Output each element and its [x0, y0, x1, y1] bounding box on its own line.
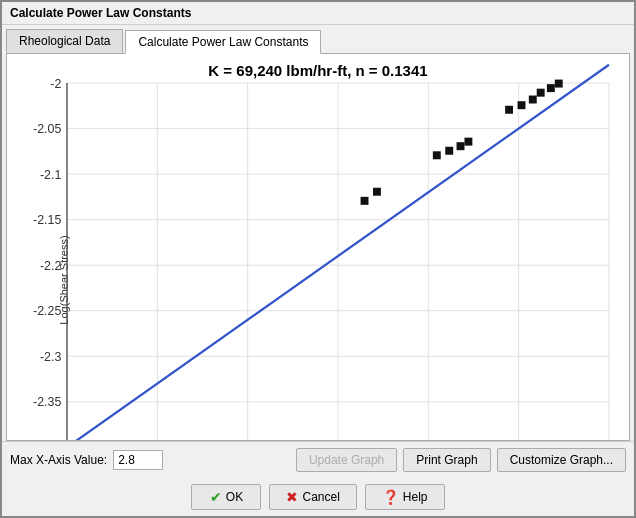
- max-x-label: Max X-Axis Value:: [10, 453, 107, 467]
- help-button[interactable]: ❓ Help: [365, 484, 445, 510]
- update-graph-button[interactable]: Update Graph: [296, 448, 397, 472]
- svg-text:-2: -2: [50, 77, 61, 91]
- main-window: Calculate Power Law Constants Rheologica…: [0, 0, 636, 518]
- svg-rect-35: [361, 197, 369, 205]
- max-x-input[interactable]: 2.8: [113, 450, 163, 470]
- customize-graph-button[interactable]: Customize Graph...: [497, 448, 626, 472]
- svg-rect-44: [537, 89, 545, 97]
- cancel-button[interactable]: ✖ Cancel: [269, 484, 356, 510]
- svg-text:-2.15: -2.15: [33, 213, 61, 227]
- svg-text:-2.1: -2.1: [40, 168, 61, 182]
- svg-text:-2.25: -2.25: [33, 304, 61, 318]
- tab-content: K = 69,240 lbm/hr-ft, n = 0.1341 Log(She…: [6, 53, 630, 441]
- svg-text:-2.3: -2.3: [40, 350, 61, 364]
- title-bar: Calculate Power Law Constants: [2, 2, 634, 25]
- ok-button[interactable]: ✔ OK: [191, 484, 261, 510]
- svg-text:-2.35: -2.35: [33, 395, 61, 409]
- svg-rect-36: [373, 188, 381, 196]
- svg-rect-45: [547, 84, 555, 92]
- bottom-bar: Max X-Axis Value: 2.8 Update Graph Print…: [2, 441, 634, 478]
- svg-text:-2.05: -2.05: [33, 122, 61, 136]
- svg-rect-46: [555, 80, 563, 88]
- chart-area: Log(Shear Stress): [17, 83, 619, 441]
- chart-svg: -2 -2.05 -2.1 -2.15 -2.2 -2.25 -2.3 -2.3…: [67, 83, 609, 441]
- svg-rect-38: [445, 147, 453, 155]
- print-graph-button[interactable]: Print Graph: [403, 448, 490, 472]
- footer: ✔ OK ✖ Cancel ❓ Help: [2, 478, 634, 516]
- svg-rect-42: [518, 101, 526, 109]
- cancel-icon: ✖: [286, 489, 298, 505]
- ok-icon: ✔: [210, 489, 222, 505]
- svg-rect-43: [529, 96, 537, 104]
- window-title: Calculate Power Law Constants: [10, 6, 191, 20]
- svg-rect-41: [505, 106, 513, 114]
- svg-text:-2.2: -2.2: [40, 259, 61, 273]
- svg-rect-40: [464, 138, 472, 146]
- equation-display: K = 69,240 lbm/hr-ft, n = 0.1341: [7, 54, 629, 83]
- svg-rect-39: [457, 142, 465, 150]
- tab-calculate-power-law[interactable]: Calculate Power Law Constants: [125, 30, 321, 54]
- tab-rheological-data[interactable]: Rheological Data: [6, 29, 123, 53]
- tab-bar: Rheological Data Calculate Power Law Con…: [2, 25, 634, 53]
- help-icon: ❓: [382, 489, 399, 505]
- chart-container: -2 -2.05 -2.1 -2.15 -2.2 -2.25 -2.3 -2.3…: [67, 83, 609, 441]
- svg-rect-37: [433, 151, 441, 159]
